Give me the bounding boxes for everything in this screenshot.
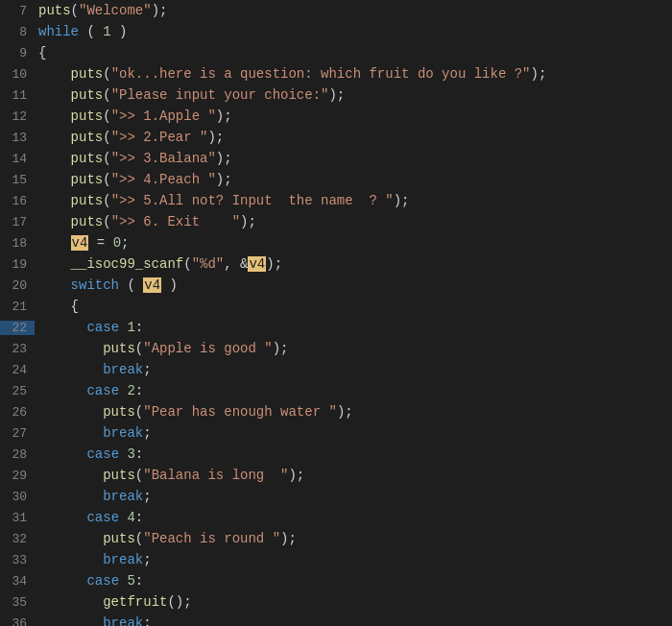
- line-number-22: 22: [0, 321, 35, 335]
- line-number-10: 10: [0, 67, 35, 82]
- line-number-30: 30: [0, 490, 35, 504]
- line-number-27: 27: [0, 426, 35, 441]
- code-line-10: 10 puts("ok...here is a question: which …: [0, 63, 672, 84]
- line-content-30: break;: [35, 489, 672, 504]
- line-number-20: 20: [0, 278, 35, 293]
- line-number-33: 33: [0, 553, 35, 567]
- code-line-12: 12 puts(">> 1.Apple ");: [0, 106, 672, 127]
- line-content-35: getfruit();: [35, 594, 672, 610]
- line-content-10: puts("ok...here is a question: which fru…: [35, 66, 672, 82]
- line-number-25: 25: [0, 384, 35, 398]
- line-content-12: puts(">> 1.Apple ");: [35, 108, 672, 124]
- code-line-21: 21 {: [0, 296, 672, 317]
- code-line-26: 26 puts("Pear has enough water ");: [0, 401, 672, 422]
- line-number-23: 23: [0, 342, 35, 356]
- code-line-24: 24 break;: [0, 359, 672, 380]
- line-number-32: 32: [0, 532, 35, 546]
- line-number-18: 18: [0, 236, 35, 251]
- line-content-24: break;: [35, 362, 672, 377]
- line-content-26: puts("Pear has enough water ");: [35, 404, 672, 420]
- line-content-18: v4 = 0;: [35, 235, 672, 251]
- line-content-25: case 2:: [35, 383, 672, 398]
- code-line-14: 14 puts(">> 3.Balana");: [0, 148, 672, 169]
- line-number-34: 34: [0, 574, 35, 589]
- line-number-26: 26: [0, 405, 35, 420]
- line-content-17: puts(">> 6. Exit ");: [35, 214, 672, 229]
- code-line-19: 19 __isoc99_scanf("%d", &v4);: [0, 253, 672, 275]
- line-content-14: puts(">> 3.Balana");: [35, 151, 672, 166]
- line-content-23: puts("Apple is good ");: [35, 341, 672, 356]
- line-content-27: break;: [35, 425, 672, 441]
- line-number-16: 16: [0, 194, 35, 208]
- line-number-21: 21: [0, 300, 35, 314]
- line-content-13: puts(">> 2.Pear ");: [35, 130, 672, 145]
- code-line-8: 8 while ( 1 ): [0, 21, 672, 42]
- line-content-19: __isoc99_scanf("%d", &v4);: [35, 256, 672, 272]
- code-line-33: 33 break;: [0, 549, 672, 570]
- v4-highlight-1: v4: [71, 235, 89, 251]
- line-number-11: 11: [0, 88, 35, 103]
- code-line-35: 35 getfruit();: [0, 591, 672, 613]
- code-line-34: 34 case 5:: [0, 570, 672, 591]
- code-line-15: 15 puts(">> 4.Peach ");: [0, 169, 672, 190]
- code-line-36: 36 break;: [0, 613, 672, 626]
- code-line-27: 27 break;: [0, 422, 672, 444]
- code-line-20: 20 switch ( v4 ): [0, 275, 672, 296]
- line-content-11: puts("Please input your choice:");: [35, 87, 672, 103]
- line-number-14: 14: [0, 152, 35, 166]
- code-line-25: 25 case 2:: [0, 380, 672, 401]
- line-number-29: 29: [0, 469, 35, 483]
- line-number-35: 35: [0, 595, 35, 610]
- code-line-32: 32 puts("Peach is round ");: [0, 528, 672, 549]
- line-number-24: 24: [0, 363, 35, 377]
- code-line-9: 9 {: [0, 42, 672, 63]
- line-number-8: 8: [0, 25, 35, 39]
- line-content-31: case 4:: [35, 510, 672, 525]
- line-content-34: case 5:: [35, 573, 672, 589]
- line-content-21: {: [35, 299, 672, 314]
- line-number-9: 9: [0, 46, 35, 60]
- line-content-9: {: [35, 45, 672, 60]
- line-number-7: 7: [0, 4, 35, 18]
- code-editor: 7 puts("Welcome"); 8 while ( 1 ) 9 { 10 …: [0, 0, 672, 626]
- code-line-11: 11 puts("Please input your choice:");: [0, 84, 672, 106]
- line-content-28: case 3:: [35, 446, 672, 462]
- code-line-23: 23 puts("Apple is good ");: [0, 338, 672, 359]
- line-content-20: switch ( v4 ): [35, 277, 672, 293]
- code-line-22: 22 case 1:: [0, 317, 672, 338]
- line-content-22: case 1:: [35, 320, 672, 335]
- line-number-13: 13: [0, 131, 35, 145]
- line-content-33: break;: [35, 552, 672, 567]
- code-line-16: 16 puts(">> 5.All not? Input the name ? …: [0, 190, 672, 211]
- line-number-28: 28: [0, 447, 35, 462]
- code-line-28: 28 case 3:: [0, 444, 672, 465]
- v4-highlight-2: v4: [248, 256, 266, 272]
- line-number-17: 17: [0, 215, 35, 229]
- line-number-36: 36: [0, 616, 35, 627]
- code-line-18: 18 v4 = 0;: [0, 232, 672, 253]
- code-line-13: 13 puts(">> 2.Pear ");: [0, 127, 672, 148]
- line-number-12: 12: [0, 109, 35, 124]
- code-line-29: 29 puts("Balana is long ");: [0, 465, 672, 486]
- line-content-29: puts("Balana is long ");: [35, 468, 672, 483]
- code-line-30: 30 break;: [0, 486, 672, 507]
- code-line-7: 7 puts("Welcome");: [0, 0, 672, 21]
- line-content-7: puts("Welcome");: [35, 3, 672, 18]
- line-content-36: break;: [35, 615, 672, 626]
- code-line-31: 31 case 4:: [0, 507, 672, 528]
- v4-highlight-3: v4: [143, 277, 161, 293]
- code-line-17: 17 puts(">> 6. Exit ");: [0, 211, 672, 232]
- line-number-31: 31: [0, 511, 35, 525]
- line-number-15: 15: [0, 173, 35, 187]
- line-content-16: puts(">> 5.All not? Input the name ? ");: [35, 193, 672, 208]
- line-content-15: puts(">> 4.Peach ");: [35, 172, 672, 187]
- line-content-32: puts("Peach is round ");: [35, 531, 672, 546]
- line-number-19: 19: [0, 257, 35, 272]
- line-content-8: while ( 1 ): [35, 24, 672, 39]
